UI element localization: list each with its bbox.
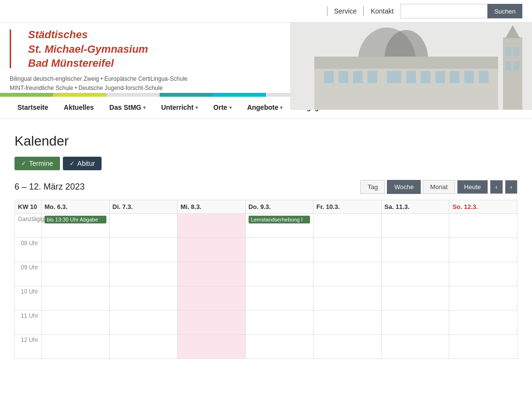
nav-aktuelles-label: Aktuelles — [64, 103, 94, 111]
view-monat-button[interactable]: Monat — [423, 180, 455, 194]
search-button[interactable]: Suchen — [488, 4, 522, 18]
header: Städtisches St. Michael-Gymnasium Bad Mü… — [0, 23, 532, 93]
strip-1 — [0, 93, 53, 97]
svg-rect-9 — [387, 71, 401, 83]
top-bar-divider — [327, 6, 327, 16]
filter-termine-button[interactable]: ✓ Termine — [15, 157, 60, 170]
fr-08 — [313, 238, 382, 262]
mi-09 — [177, 262, 246, 286]
school-subtitle: Bilingual deutsch-englischer Zweig • Eur… — [10, 74, 188, 93]
strip-3 — [106, 93, 160, 97]
so-09 — [449, 262, 517, 286]
di-10 — [109, 286, 177, 310]
fr-ganztaegig — [313, 214, 382, 238]
mi-11 — [177, 310, 246, 335]
do-10 — [245, 286, 313, 310]
svg-rect-20 — [514, 61, 519, 70]
time-cell: 12 Uhr — [15, 335, 42, 359]
title-line2: St. Michael-Gymnasium — [28, 42, 148, 57]
view-tag-button[interactable]: Tag — [360, 180, 385, 194]
logo-area: Städtisches St. Michael-Gymnasium Bad Mü… — [10, 28, 188, 93]
svg-rect-10 — [406, 71, 416, 83]
do-ganztaegig: Lernstandserhebung I — [245, 214, 313, 238]
nav-orte-label: Orte — [213, 103, 227, 111]
table-row: 10 Uhr — [15, 286, 517, 310]
nav-das-stmg[interactable]: Das StMG ▾ — [102, 97, 153, 118]
filter-abitur-label: Abitur — [77, 160, 95, 167]
svg-rect-15 — [479, 71, 488, 83]
prev-week-button[interactable]: ‹ — [490, 180, 502, 194]
nav-unterricht-label: Unterricht — [161, 103, 193, 111]
svg-rect-11 — [421, 71, 430, 83]
main-content: Kalender ✓ Termine ✓ Abitur 6 – 12. März… — [0, 119, 532, 359]
chevron-down-icon: ▾ — [229, 105, 232, 110]
strip-4 — [160, 93, 213, 97]
strip-5 — [213, 93, 266, 97]
search-form: Suchen — [400, 4, 522, 18]
mon-11 — [42, 310, 110, 335]
event-lernstand[interactable]: Lernstandserhebung I — [249, 216, 310, 223]
calendar-controls: 6 – 12. März 2023 Tag Woche Monat Heute … — [15, 180, 517, 194]
header-mo: Mo. 6.3. — [42, 200, 110, 214]
mi-10 — [177, 286, 246, 310]
subtitle-line2: MINT-freundliche Schule • Deutsche Jugen… — [10, 84, 188, 93]
header-mi: Mi. 8.3. — [177, 200, 246, 214]
di-11 — [109, 310, 177, 335]
sa-09 — [381, 262, 449, 286]
svg-rect-4 — [314, 57, 498, 69]
service-link[interactable]: Service — [334, 7, 357, 15]
view-buttons: Tag Woche Monat Heute ‹ › — [360, 180, 517, 194]
time-cell: Ganztägig — [15, 214, 42, 238]
title-line3: Bad Münstereifel — [28, 56, 148, 71]
mon-09 — [42, 262, 110, 286]
table-row: 11 Uhr — [15, 310, 517, 335]
calendar-table: KW 10 Mo. 6.3. Di. 7.3. Mi. 8.3. Do. 9.3… — [15, 200, 517, 359]
nav-startseite[interactable]: Startseite — [10, 97, 56, 118]
nav-unterricht[interactable]: Unterricht ▾ — [153, 97, 206, 118]
event-abgabe[interactable]: bis 13:30 Uhr Abgabe — [44, 216, 106, 223]
header-sa: Sa. 11.3. — [381, 200, 449, 214]
nav-orte[interactable]: Orte ▾ — [206, 97, 239, 118]
mi-08 — [177, 238, 246, 262]
sa-08 — [381, 238, 449, 262]
filter-termine-label: Termine — [29, 160, 53, 167]
filter-abitur-button[interactable]: ✓ Abitur — [63, 157, 102, 170]
sa-ganztaegig — [381, 214, 449, 238]
fr-10 — [313, 286, 382, 310]
table-row: 12 Uhr — [15, 335, 517, 359]
svg-rect-13 — [450, 71, 459, 83]
subtitle-line1: Bilingual deutsch-englischer Zweig • Eur… — [10, 74, 188, 84]
header-image — [290, 23, 532, 110]
so-08 — [449, 238, 517, 262]
do-11 — [245, 310, 313, 335]
mon-10 — [42, 286, 110, 310]
search-input[interactable] — [400, 4, 488, 18]
chevron-down-icon: ▾ — [280, 105, 282, 110]
svg-rect-5 — [324, 71, 334, 83]
view-woche-button[interactable]: Woche — [387, 180, 421, 194]
nav-angebote[interactable]: Angebote ▾ — [239, 97, 291, 118]
svg-rect-7 — [353, 71, 363, 83]
so-ganztaegig — [449, 214, 517, 238]
di-09 — [109, 262, 177, 286]
do-09 — [245, 262, 313, 286]
nav-das-stmg-label: Das StMG — [109, 103, 141, 111]
time-cell: 09 Uhr — [15, 262, 42, 286]
nav-angebote-label: Angebote — [247, 103, 279, 111]
next-week-button[interactable]: › — [505, 180, 517, 194]
nav-aktuelles[interactable]: Aktuelles — [56, 97, 102, 118]
svg-rect-19 — [505, 61, 511, 70]
sa-11 — [381, 310, 449, 335]
today-button[interactable]: Heute — [457, 180, 488, 194]
check-icon: ✓ — [70, 160, 74, 167]
di-ganztaegig — [109, 214, 177, 238]
calendar-title: Kalender — [15, 133, 517, 149]
mi-12 — [177, 335, 246, 359]
mi-ganztaegig — [177, 214, 246, 238]
fr-12 — [313, 335, 382, 359]
kontakt-link[interactable]: Kontakt — [370, 7, 393, 15]
mon-12 — [42, 335, 110, 359]
time-cell: 10 Uhr — [15, 286, 42, 310]
so-12 — [449, 335, 517, 359]
logo-accent — [10, 30, 23, 68]
